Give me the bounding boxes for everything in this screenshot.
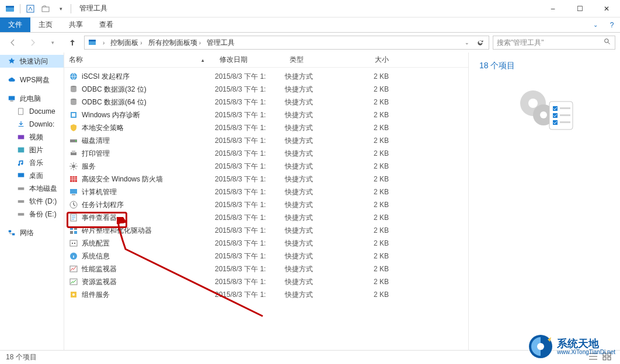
drive-icon <box>16 209 26 219</box>
minimize-button[interactable]: – <box>539 0 566 18</box>
file-row[interactable]: 资源监视器2015/8/3 下午 1:快捷方式2 KB <box>64 275 468 288</box>
svg-rect-12 <box>18 173 25 177</box>
file-row[interactable]: 性能监视器2015/8/3 下午 1:快捷方式2 KB <box>64 262 468 275</box>
file-row[interactable]: 组件服务2015/8/3 下午 1:快捷方式2 KB <box>64 288 468 301</box>
file-row[interactable]: 事件查看器2015/8/3 下午 1:快捷方式2 KB <box>64 211 468 224</box>
crumb-1[interactable]: 所有控制面板项› <box>146 36 203 49</box>
view-large-icon[interactable] <box>600 352 614 362</box>
file-icon <box>69 110 78 120</box>
app-icon <box>4 2 16 15</box>
svg-rect-36 <box>74 231 77 234</box>
file-date: 2015/8/3 下午 1: <box>215 213 285 223</box>
qat-dropdown-icon[interactable]: ▾ <box>54 2 67 15</box>
maximize-button[interactable]: ☐ <box>566 0 593 18</box>
file-size: 2 KB <box>355 226 396 235</box>
close-button[interactable]: ✕ <box>593 0 620 18</box>
nav-wps[interactable]: WPS网盘 <box>0 74 64 86</box>
address-bar[interactable]: › 控制面板› 所有控制面板项› 管理工具 ⌄ <box>84 36 489 50</box>
file-row[interactable]: 系统信息2015/8/3 下午 1:快捷方式2 KB <box>64 250 468 262</box>
file-row[interactable]: Windows 内存诊断2015/8/3 下午 1:快捷方式2 KB <box>64 108 468 121</box>
nav-up-button[interactable] <box>64 36 81 50</box>
file-area: 名称 ▴ 修改日期 类型 大小 iSCSI 发起程序2015/8/3 下午 1:… <box>64 52 620 350</box>
svg-rect-16 <box>9 230 11 233</box>
file-row[interactable]: 磁盘清理2015/8/3 下午 1:快捷方式2 KB <box>64 134 468 147</box>
file-row[interactable]: 计算机管理2015/8/3 下午 1:快捷方式2 KB <box>64 186 468 198</box>
file-date: 2015/8/3 下午 1: <box>215 123 285 133</box>
search-box[interactable]: 搜索"管理工具" <box>493 36 615 50</box>
crumb-0[interactable]: 控制面板› <box>108 36 144 49</box>
sort-caret-icon: ▴ <box>201 57 204 63</box>
view-details-icon[interactable] <box>586 352 600 362</box>
column-date[interactable]: 修改日期 <box>215 55 285 65</box>
qat-properties-icon[interactable] <box>24 2 37 15</box>
item-count-label: 18 个项目 <box>479 61 609 71</box>
address-row: ▾ › 控制面板› 所有控制面板项› 管理工具 ⌄ 搜索"管理工具" <box>0 33 620 52</box>
nav-backup-drive[interactable]: 备份 (E:) <box>0 208 64 220</box>
file-row[interactable]: 打印管理2015/8/3 下午 1:快捷方式2 KB <box>64 147 468 160</box>
tab-home-label: 主页 <box>39 20 53 30</box>
file-size: 2 KB <box>355 188 396 196</box>
file-date: 2015/8/3 下午 1: <box>215 97 285 107</box>
help-icon[interactable]: ? <box>604 18 620 32</box>
nav-back-button[interactable] <box>5 36 21 50</box>
svg-rect-1 <box>6 6 14 8</box>
pc-icon <box>7 94 16 103</box>
tab-share[interactable]: 共享 <box>61 18 91 32</box>
svg-rect-53 <box>560 114 570 116</box>
quick-access-toolbar: ▾ <box>0 2 76 15</box>
svg-rect-58 <box>603 357 606 360</box>
address-dropdown-icon[interactable]: ⌄ <box>461 39 473 47</box>
file-row[interactable]: 任务计划程序2015/8/3 下午 1:快捷方式2 KB <box>64 198 468 211</box>
file-type: 快捷方式 <box>285 226 355 236</box>
ribbon-expand-icon[interactable]: ⌄ <box>587 18 604 32</box>
nav-network[interactable]: 网络 <box>0 226 64 239</box>
file-date: 2015/8/3 下午 1: <box>215 149 285 159</box>
file-row[interactable]: 服务2015/8/3 下午 1:快捷方式2 KB <box>64 160 468 173</box>
column-name[interactable]: 名称 ▴ <box>64 55 215 65</box>
file-row[interactable]: ODBC 数据源(32 位)2015/8/3 下午 1:快捷方式2 KB <box>64 83 468 96</box>
nav-video[interactable]: 视频 <box>0 131 64 144</box>
nav-local-disk[interactable]: 本地磁盘 <box>0 182 64 195</box>
svg-point-27 <box>72 164 75 168</box>
crumb-2[interactable]: 管理工具 <box>204 36 237 49</box>
file-type: 快捷方式 <box>285 277 355 287</box>
crumb-chevron-root[interactable]: › <box>99 36 107 49</box>
file-size: 2 KB <box>355 85 396 93</box>
file-name: 高级安全 Windows 防火墙 <box>82 174 163 184</box>
file-row[interactable]: ODBC 数据源(64 位)2015/8/3 下午 1:快捷方式2 KB <box>64 96 468 108</box>
nav-pictures[interactable]: 图片 <box>0 144 64 156</box>
nav-music[interactable]: 音乐 <box>0 156 64 169</box>
file-icon <box>69 226 78 235</box>
nav-recent-dropdown[interactable]: ▾ <box>44 36 61 50</box>
file-size: 2 KB <box>355 124 396 132</box>
tab-view-label: 查看 <box>99 20 113 30</box>
refresh-icon[interactable] <box>473 39 486 47</box>
file-row[interactable]: 高级安全 Windows 防火墙2015/8/3 下午 1:快捷方式2 KB <box>64 173 468 186</box>
file-name: 计算机管理 <box>82 187 117 197</box>
file-date: 2015/8/3 下午 1: <box>215 239 285 249</box>
nav-quick-access[interactable]: 快速访问 <box>0 55 64 68</box>
nav-desktop[interactable]: 桌面 <box>0 169 64 182</box>
file-row[interactable]: 碎片整理和优化驱动器2015/8/3 下午 1:快捷方式2 KB <box>64 224 468 237</box>
file-row[interactable]: 本地安全策略2015/8/3 下午 1:快捷方式2 KB <box>64 121 468 134</box>
nav-documents[interactable]: Docume <box>0 105 64 118</box>
file-row[interactable]: iSCSI 发起程序2015/8/3 下午 1:快捷方式2 KB <box>64 70 468 83</box>
tab-file[interactable]: 文件 <box>0 18 30 32</box>
file-size: 2 KB <box>355 98 396 106</box>
nav-downloads[interactable]: Downlo: <box>0 118 64 131</box>
file-date: 2015/8/3 下午 1: <box>215 85 285 94</box>
nav-this-pc[interactable]: 此电脑 <box>0 92 64 105</box>
file-row[interactable]: 系统配置2015/8/3 下午 1:快捷方式2 KB <box>64 237 468 250</box>
file-type: 快捷方式 <box>285 187 355 197</box>
file-date: 2015/8/3 下午 1: <box>215 162 285 172</box>
svg-rect-26 <box>72 150 75 153</box>
file-date: 2015/8/3 下午 1: <box>215 251 285 261</box>
qat-separator <box>20 4 20 13</box>
nav-software-drive[interactable]: 软件 (D:) <box>0 195 64 208</box>
tab-view[interactable]: 查看 <box>91 18 121 32</box>
tab-home[interactable]: 主页 <box>30 18 61 32</box>
column-type[interactable]: 类型 <box>285 55 355 65</box>
nav-forward-button[interactable] <box>25 36 41 50</box>
qat-newfolder-icon[interactable] <box>39 2 52 15</box>
column-size[interactable]: 大小 <box>355 55 396 65</box>
